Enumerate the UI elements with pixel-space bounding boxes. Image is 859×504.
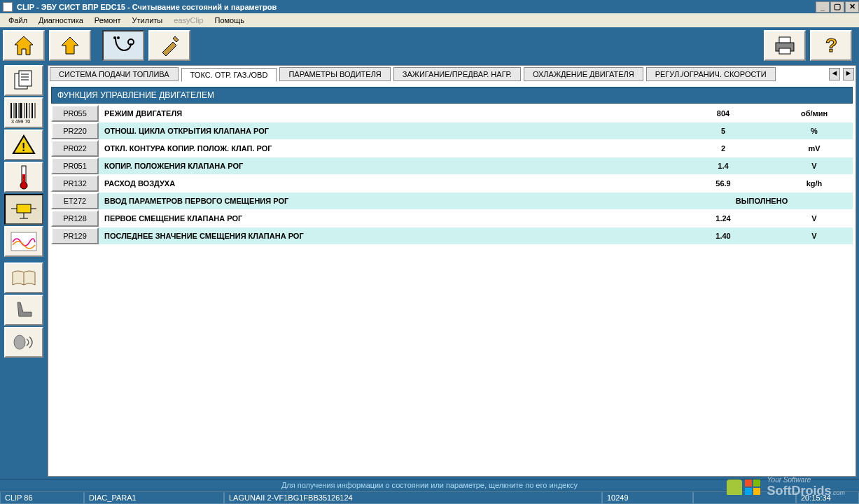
voice-button[interactable] <box>4 327 43 358</box>
table-row: PR055РЕЖИМ ДВИГАТЕЛЯ804об/мин <box>51 105 853 122</box>
param-code-button[interactable]: PR022 <box>51 140 99 157</box>
top-toolbar: ? <box>0 27 859 64</box>
seat-icon <box>12 300 36 321</box>
side-toolbar: 3 499 70 ! <box>0 64 48 477</box>
svg-point-2 <box>117 36 120 39</box>
voice-icon <box>11 332 36 353</box>
param-unit: об/мин <box>776 105 853 122</box>
tab-cooling[interactable]: ОХЛАЖДЕНИЕ ДВИГАТЕЛЯ <box>524 67 643 81</box>
warning-button[interactable]: ! <box>4 130 43 160</box>
param-code-button[interactable]: PR128 <box>51 210 99 227</box>
home-icon <box>12 35 36 56</box>
param-code-button[interactable]: PR220 <box>51 122 99 139</box>
param-unit: kg/h <box>776 175 853 192</box>
table-row: PR022ОТКЛ. КОНТУРА КОПИР. ПОЛОЖ. КЛАП. Р… <box>51 140 853 158</box>
param-unit: V <box>776 210 853 227</box>
status-time: 20:15:34 <box>796 491 859 504</box>
documents-button[interactable] <box>4 65 43 96</box>
up-arrow-icon <box>60 35 81 56</box>
tools-icon <box>159 35 180 56</box>
app-icon <box>3 2 13 12</box>
hint-bar: Для получения информации о состоянии или… <box>0 479 859 491</box>
barcode-button[interactable]: 3 499 70 <box>4 97 43 128</box>
table-row: PR129ПОСЛЕДНЕЕ ЗНАЧЕНИЕ СМЕЩЕНИЯ КЛАПАНА… <box>51 227 853 245</box>
param-code-button[interactable]: ET272 <box>51 192 99 209</box>
tab-scroll-left[interactable]: ◄ <box>829 68 840 80</box>
param-unit: V <box>776 227 853 244</box>
home-button[interactable] <box>3 30 45 61</box>
book-icon <box>10 268 38 288</box>
tab-fuel-system[interactable]: СИСТЕМА ПОДАЧИ ТОПЛИВА <box>50 67 179 81</box>
graph-button[interactable] <box>4 226 43 257</box>
barcode-icon: 3 499 70 <box>8 102 39 124</box>
param-value: 804 <box>671 105 776 122</box>
stethoscope-icon <box>111 35 135 56</box>
menu-help[interactable]: Помощь <box>209 15 250 26</box>
svg-text:?: ? <box>825 35 837 56</box>
tab-scroll-right[interactable]: ► <box>843 68 854 80</box>
param-code-button[interactable]: PR051 <box>51 158 99 174</box>
param-value: 1.24 <box>671 210 776 227</box>
menu-utilities[interactable]: Утилиты <box>127 15 169 26</box>
param-unit: V <box>776 158 853 174</box>
help-button[interactable]: ? <box>810 30 852 61</box>
question-icon: ? <box>823 35 839 56</box>
manual-button[interactable] <box>4 262 43 293</box>
param-code-button[interactable]: PR132 <box>51 175 99 192</box>
minimize-button[interactable]: _ <box>816 1 830 13</box>
param-value: 2 <box>671 140 776 157</box>
status-code: 10249 <box>602 491 693 504</box>
param-label: ПОСЛЕДНЕЕ ЗНАЧЕНИЕ СМЕЩЕНИЯ КЛАПАНА РОГ <box>100 227 671 244</box>
menu-easyclip: easyClip <box>168 15 209 26</box>
window-title: CLIP - ЭБУ СИСТ ВПР EDC15 - Считывание с… <box>17 3 277 11</box>
documents-icon <box>12 69 36 92</box>
menu-file[interactable]: Файл <box>3 15 33 26</box>
status-extra <box>693 491 796 504</box>
print-button[interactable] <box>764 30 806 61</box>
parameter-table: PR055РЕЖИМ ДВИГАТЕЛЯ804об/минPR220ОТНОШ.… <box>51 105 853 245</box>
tools-button[interactable] <box>148 30 190 61</box>
status-mode: DIAC_PARA1 <box>84 491 224 504</box>
table-row: PR220ОТНОШ. ЦИКЛА ОТКРЫТИЯ КЛАПАНА РОГ5% <box>51 122 853 140</box>
status-version: CLIP 86 <box>0 491 84 504</box>
param-value: 5 <box>671 122 776 139</box>
seat-button[interactable] <box>4 295 43 326</box>
printer-icon <box>773 36 797 55</box>
content-area: СИСТЕМА ПОДАЧИ ТОПЛИВА ТОКС. ОТР. ГАЗ./O… <box>48 65 856 477</box>
svg-point-34 <box>14 335 25 349</box>
menubar: Файл Диагностика Ремонт Утилиты easyClip… <box>0 13 859 27</box>
warning-icon: ! <box>11 134 36 156</box>
param-code-button[interactable]: PR129 <box>51 227 99 244</box>
svg-text:3 499 70: 3 499 70 <box>11 119 30 124</box>
tab-speed-limit[interactable]: РЕГУЛ./ОГРАНИЧ. СКОРОСТИ <box>646 67 776 81</box>
param-code-button[interactable]: PR055 <box>51 105 99 122</box>
thermometer-icon <box>18 164 29 190</box>
param-value: 1.40 <box>671 227 776 244</box>
tab-driver-params[interactable]: ПАРАМЕТРЫ ВОДИТЕЛЯ <box>279 67 390 81</box>
window-titlebar: CLIP - ЭБУ СИСТ ВПР EDC15 - Считывание с… <box>0 0 859 13</box>
menu-diagnostic[interactable]: Диагностика <box>33 15 89 26</box>
param-unit: mV <box>776 140 853 157</box>
close-button[interactable]: ✕ <box>845 1 859 13</box>
circuit-button[interactable] <box>4 194 43 225</box>
section-header: ФУНКЦИЯ УПРАВЛЕНИЕ ДВИГАТЕЛЕМ <box>51 87 853 104</box>
tab-ignition[interactable]: ЗАЖИГАНИЕ/ПРЕДВАР. НАГР. <box>393 67 521 81</box>
thermometer-button[interactable] <box>4 162 43 192</box>
tab-exhaust-obd[interactable]: ТОКС. ОТР. ГАЗ./OBD <box>181 68 277 82</box>
param-value: 1.4 <box>671 158 776 174</box>
maximize-button[interactable]: ▢ <box>830 1 844 13</box>
param-label: РЕЖИМ ДВИГАТЕЛЯ <box>100 105 671 122</box>
diagnostic-button[interactable] <box>102 30 144 61</box>
table-row: PR128ПЕРВОЕ СМЕЩЕНИЕ КЛАПАНА РОГ1.24V <box>51 210 853 227</box>
up-button[interactable] <box>49 30 91 61</box>
svg-rect-26 <box>22 174 25 184</box>
svg-rect-27 <box>17 204 31 213</box>
svg-rect-5 <box>779 48 790 54</box>
status-bar: CLIP 86 DIAC_PARA1 LAGUNAII 2-VF1BG1FBB3… <box>0 491 859 504</box>
param-value: ВЫПОЛНЕНО <box>671 192 853 209</box>
table-row: PR051КОПИР. ПОЛОЖЕНИЯ КЛАПАНА РОГ1.4V <box>51 158 853 175</box>
param-label: ОТНОШ. ЦИКЛА ОТКРЫТИЯ КЛАПАНА РОГ <box>100 122 671 139</box>
param-label: КОПИР. ПОЛОЖЕНИЯ КЛАПАНА РОГ <box>100 158 671 174</box>
menu-repair[interactable]: Ремонт <box>89 15 127 26</box>
svg-point-1 <box>113 36 116 39</box>
